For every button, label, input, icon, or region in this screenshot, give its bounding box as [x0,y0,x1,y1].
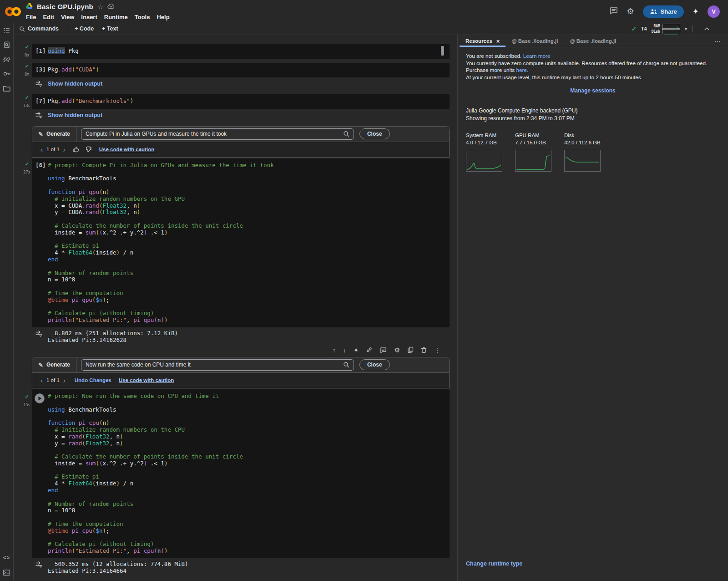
add-text-button[interactable]: + Text [102,25,118,32]
star-icon[interactable]: ☆ [97,3,103,10]
cell-settings-gear-icon[interactable]: ⚙ [394,347,400,354]
gemini-sparkle-icon[interactable]: ✦ [693,8,699,15]
notebook-area: ✓ 0s [1] using Pkg ✓ 8m [14,35,457,581]
menu-help[interactable]: Help [157,14,169,20]
cpu-cell-output: 500.352 ms (12 allocations: 774.86 MiB)E… [32,561,457,574]
cell-3-exec-info: ✓ 8m [22,63,32,77]
prompt-search-icon [343,131,349,137]
accelerator-label: T4 [641,26,647,31]
variables-icon[interactable]: {x} [3,55,11,63]
suggestion-count: 1 of 1 [46,377,61,383]
commands-button[interactable]: Commands [19,25,59,32]
show-hidden-output-link[interactable]: Show hidden output [48,80,102,89]
generate-prompt-input[interactable]: Compute Pi in Julia on GPUs and measure … [81,128,354,140]
next-suggestion-chevron[interactable]: › [61,146,68,153]
tabs-overflow-icon[interactable]: ⋯ [714,35,726,47]
add-code-button[interactable]: + Code [75,25,94,32]
output-toggle-icon[interactable] [32,80,48,89]
cell-toolbar: ↑ ↓ ✦ ⚙ ⋮ [22,345,440,355]
prev-suggestion-chevron[interactable]: ‹ [38,146,46,153]
tab-resources[interactable]: Resources × [460,35,506,47]
meter-value: 7.7 / 15.0 GB [515,139,551,147]
generate-button[interactable]: ✎ Generate [32,357,76,372]
cell-3-success-check-icon: ✓ [22,63,32,69]
next-suggestion-chevron[interactable]: › [61,377,68,384]
show-hidden-output-link[interactable]: Show hidden output [48,111,102,120]
prompt-text: Compute Pi in Julia on GPUs and measure … [86,131,343,137]
change-runtime-type-link[interactable]: Change runtime type [466,561,522,567]
close-tab-icon[interactable]: × [496,38,500,45]
avatar[interactable]: V [708,5,720,18]
link-to-cell-icon[interactable] [366,347,373,353]
colab-logo[interactable] [4,0,26,23]
ram-disk-indicator[interactable]: RAM Disk [652,24,680,34]
share-label: Share [661,8,677,15]
cell-8-editor[interactable]: # prompt: Compute Pi in Julia on GPUs an… [48,162,450,324]
files-folder-icon[interactable] [3,84,11,92]
system-ram-graph [466,150,502,172]
cpu-cell-exec-time: 15s [23,403,30,407]
menu-tools[interactable]: Tools [135,14,150,20]
notebook-title[interactable]: Basic GPU.ipynb [37,3,93,10]
comments-icon[interactable] [610,7,618,16]
generate-button[interactable]: ✎ Generate [32,127,76,142]
cpu-cell-output-text: 500.352 ms (12 allocations: 774.86 MiB)E… [48,561,188,574]
delete-cell-trash-icon[interactable] [421,347,427,353]
cell-1-editor[interactable]: using Pkg [48,48,450,55]
output-toggle-icon[interactable] [32,111,48,120]
run-cell-button[interactable] [32,393,48,555]
cell-8-index: [8] [32,162,48,324]
use-code-with-caution-link[interactable]: Use code with caution [99,147,154,152]
move-cell-down-icon[interactable]: ↓ [343,347,346,354]
move-cell-up-icon[interactable]: ↑ [333,347,336,354]
resource-meters: System RAM 4.0 / 12.7 GB GPU RAM 7.7 / 1… [466,132,720,172]
output-toggle-icon[interactable] [32,330,48,343]
cell-8-exec-info: ✓ 27s [22,158,32,327]
menu-runtime[interactable]: Runtime [104,14,128,20]
thumbs-down-icon[interactable] [85,146,92,153]
cell-8-success-check-icon: ✓ [22,161,32,167]
purchase-units-link[interactable]: here. [516,67,528,73]
menu-insert[interactable]: Insert [81,14,97,20]
generate-close-button[interactable]: Close [359,128,390,139]
code-snippets-icon[interactable]: <> [3,554,11,562]
add-comment-icon[interactable] [380,347,387,353]
tab-terminal-1[interactable]: @ Base ./loading.jl [506,35,564,47]
terminal-icon[interactable] [3,568,11,576]
manage-sessions-link[interactable]: Manage sessions [466,87,720,95]
cell-3-editor[interactable]: Pkg.add("CUDA") [48,66,450,74]
cpu-cell-editor[interactable]: # prompt: Now run the same code on CPU a… [48,393,450,555]
mirror-cell-icon[interactable] [407,347,414,353]
menu-file[interactable]: File [26,14,36,20]
more-actions-kebab-icon[interactable]: ⋮ [434,347,440,354]
tab-terminal-2[interactable]: @ Base ./loading.jl [564,35,622,47]
menu-view[interactable]: View [61,14,74,20]
notebook-toolbar: Commands + Code + Text ✓ T4 RAM Disk [14,23,728,35]
share-button[interactable]: Share [643,5,684,18]
thumbs-up-icon[interactable] [73,146,80,153]
generate-close-button[interactable]: Close [359,359,390,370]
cloud-saved-icon[interactable] [107,3,115,11]
runtime-caret-down-icon[interactable]: ▾ [685,26,687,31]
undo-changes-link[interactable]: Undo Changes [75,377,111,383]
find-replace-icon[interactable] [3,41,11,49]
menu-edit[interactable]: Edit [43,14,54,20]
secrets-key-icon[interactable] [3,70,11,78]
runtime-connected-check-icon: ✓ [632,25,637,32]
disk-label: Disk [652,30,660,34]
cell-7-exec-time: 13s [23,103,30,108]
gemini-cell-icon[interactable]: ✦ [354,347,359,354]
settings-gear-icon[interactable]: ⚙ [627,7,634,15]
collapse-chevron-up-icon[interactable] [704,25,710,33]
prompt-search-icon [343,362,349,368]
disk-graph [564,150,601,172]
cell-7-editor[interactable]: Pkg.add("BenchmarkTools") [48,98,450,105]
use-code-with-caution-link[interactable]: Use code with caution [119,377,174,383]
table-of-contents-icon[interactable] [3,26,11,34]
prev-suggestion-chevron[interactable]: ‹ [38,377,46,384]
output-toggle-icon[interactable] [32,561,48,574]
meter-value: 4.0 / 12.7 GB [466,139,502,147]
learn-more-link[interactable]: Learn more [523,53,551,59]
generate-prompt-input[interactable]: Now run the same code on CPU and time it [81,359,354,371]
generate-pencil-icon: ✎ [38,362,43,368]
